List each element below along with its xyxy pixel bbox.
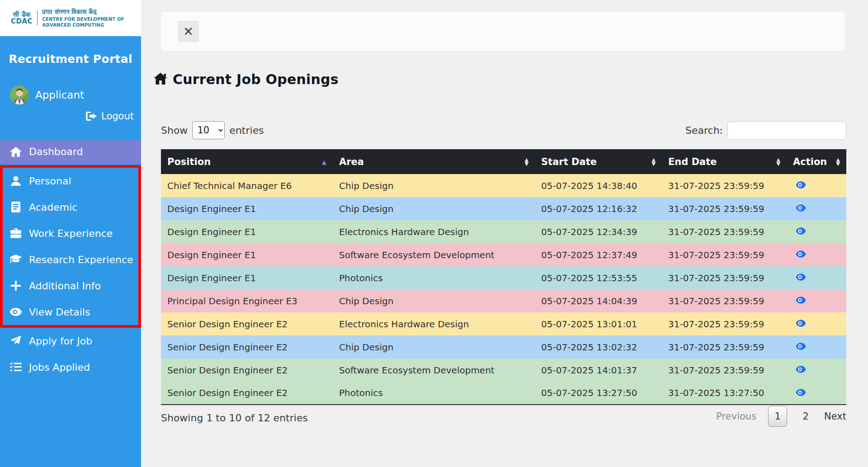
sort-both-icon: ▲▼ xyxy=(777,158,780,166)
table-row: Senior Design Engineer E2Chip Design05-0… xyxy=(161,335,846,359)
view-job-button[interactable] xyxy=(796,204,806,213)
user-icon xyxy=(9,176,22,186)
highlighted-menu-group: Personal Academic xyxy=(0,165,141,328)
close-icon: ✕ xyxy=(183,24,193,38)
plus-icon xyxy=(9,281,22,291)
view-job-button[interactable] xyxy=(796,274,806,282)
view-job-button[interactable] xyxy=(796,181,806,190)
sidebar-item-jobs-applied[interactable]: Jobs Applied xyxy=(0,354,141,380)
sidebar-item-view-details[interactable]: View Details xyxy=(3,299,138,325)
cell-start-date: 05-07-2025 12:37:49 xyxy=(535,243,662,266)
column-header-action[interactable]: Action ▲▼ xyxy=(787,149,846,174)
view-job-button[interactable] xyxy=(796,389,806,397)
book-icon xyxy=(9,202,22,212)
table-row: Senior Design Engineer E2Photonics05-07-… xyxy=(161,382,846,405)
logout-label: Logout xyxy=(101,111,134,122)
cell-end-date: 31-07-2025 23:59:59 xyxy=(662,289,787,312)
sidebar-item-apply-for-job[interactable]: Apply for Job xyxy=(0,328,141,354)
logout-button[interactable]: Logout xyxy=(0,111,141,122)
cell-area: Chip Design xyxy=(333,174,535,197)
user-name: Applicant xyxy=(35,89,84,101)
show-label: Show xyxy=(161,125,188,136)
eye-icon xyxy=(796,343,806,351)
table-row: Design Engineer E1Photonics05-07-2025 12… xyxy=(161,266,846,289)
cell-action xyxy=(787,266,846,289)
table-row: Design Engineer E1Software Ecosystem Dev… xyxy=(161,243,846,266)
cell-area: Electronics Hardware Design xyxy=(333,220,535,243)
sidebar-item-label: Research Experience xyxy=(29,254,133,265)
page-heading: Current Job Openings xyxy=(154,71,339,87)
sidebar-item-label: Apply for Job xyxy=(29,335,92,347)
cell-action xyxy=(787,335,846,359)
sidebar-item-dashboard[interactable]: Dashboard xyxy=(0,140,141,163)
view-job-button[interactable] xyxy=(796,343,806,351)
graduation-cap-icon xyxy=(9,255,22,264)
column-header-start-date[interactable]: Start Date ▲▼ xyxy=(535,149,662,174)
sort-asc-icon: ▲ xyxy=(322,159,326,165)
page-button-1[interactable]: 1 xyxy=(768,406,787,427)
cell-start-date: 05-07-2025 12:34:39 xyxy=(535,220,662,243)
previous-page-button[interactable]: Previous xyxy=(716,411,756,422)
column-header-area[interactable]: Area ▲▼ xyxy=(333,149,535,174)
sidebar: सी डैक CDAC प्रगत संगणन विकास केंद्र CEN… xyxy=(0,0,141,467)
search-label: Search: xyxy=(685,125,723,136)
view-job-button[interactable] xyxy=(796,227,806,236)
cell-end-date: 31-07-2025 23:59:59 xyxy=(662,220,787,243)
page-title: Current Job Openings xyxy=(173,71,339,87)
sidebar-item-label: Work Experience xyxy=(29,228,113,239)
column-header-end-date[interactable]: End Date ▲▼ xyxy=(662,149,787,174)
table-row: Principal Design Engineer E3Chip Design0… xyxy=(161,289,846,312)
cell-position: Design Engineer E1 xyxy=(161,243,333,266)
page-button-2[interactable]: 2 xyxy=(799,406,812,427)
cell-position: Senior Design Engineer E2 xyxy=(161,312,333,335)
sidebar-item-academic[interactable]: Academic xyxy=(3,194,138,220)
cell-area: Photonics xyxy=(333,266,535,289)
table-row: Chief Technical Manager E6Chip Design05-… xyxy=(161,174,846,197)
sidebar-item-label: Jobs Applied xyxy=(29,362,90,373)
sidebar-item-research-experience[interactable]: Research Experience xyxy=(3,246,138,273)
view-job-button[interactable] xyxy=(796,366,806,374)
entries-info: Showing 1 to 10 of 12 entries xyxy=(161,412,308,424)
sidebar-item-work-experience[interactable]: Work Experience xyxy=(3,220,138,246)
paper-plane-icon xyxy=(9,335,22,346)
logo-acronym-english: CDAC xyxy=(11,18,33,25)
job-openings-table: Position ▲ Area ▲▼ Start Date xyxy=(161,149,846,405)
table-controls: Show 10 entries Search: xyxy=(161,121,846,141)
page-size-select[interactable]: 10 xyxy=(192,121,225,139)
table-header-row: Position ▲ Area ▲▼ Start Date xyxy=(161,149,846,174)
job-table-body: Chief Technical Manager E6Chip Design05-… xyxy=(161,174,846,405)
view-job-button[interactable] xyxy=(796,250,806,259)
table-row: Design Engineer E1Electronics Hardware D… xyxy=(161,220,846,243)
sidebar-item-additional-info[interactable]: Additional Info xyxy=(3,273,138,299)
user-row: Applicant xyxy=(0,85,141,104)
cell-end-date: 31-07-2025 23:59:59 xyxy=(662,312,787,335)
table-row: Design Engineer E1Chip Design05-07-2025 … xyxy=(161,197,846,220)
cell-end-date: 31-07-2025 23:59:59 xyxy=(662,359,787,382)
column-header-position[interactable]: Position ▲ xyxy=(161,149,333,174)
tasks-icon xyxy=(9,362,22,372)
eye-icon xyxy=(796,227,806,236)
cell-area: Chip Design xyxy=(333,197,535,220)
search-input[interactable] xyxy=(727,121,846,140)
next-page-button[interactable]: Next xyxy=(824,411,846,422)
sidebar-item-personal[interactable]: Personal xyxy=(3,168,138,194)
pagination: Previous 1 2 Next xyxy=(716,406,846,427)
cell-position: Senior Design Engineer E2 xyxy=(161,382,333,405)
cell-action xyxy=(787,359,846,382)
cell-end-date: 31-07-2025 23:59:59 xyxy=(662,174,787,197)
eye-icon xyxy=(9,308,22,316)
show-entries: Show 10 entries xyxy=(161,121,264,139)
cell-action xyxy=(787,312,846,335)
cell-start-date: 05-07-2025 13:02:32 xyxy=(535,335,662,359)
sidebar-item-label: Academic xyxy=(29,202,77,213)
view-job-button[interactable] xyxy=(796,320,806,328)
eye-icon xyxy=(796,204,806,213)
cell-action xyxy=(787,197,846,220)
cell-start-date: 05-07-2025 14:38:40 xyxy=(535,174,662,197)
close-button[interactable]: ✕ xyxy=(178,21,199,42)
cell-action xyxy=(787,243,846,266)
cdac-logo: सी डैक CDAC प्रगत संगणन विकास केंद्र CEN… xyxy=(11,8,141,28)
cell-position: Design Engineer E1 xyxy=(161,266,333,289)
cell-start-date: 05-07-2025 12:53:55 xyxy=(535,266,662,289)
view-job-button[interactable] xyxy=(796,297,806,305)
